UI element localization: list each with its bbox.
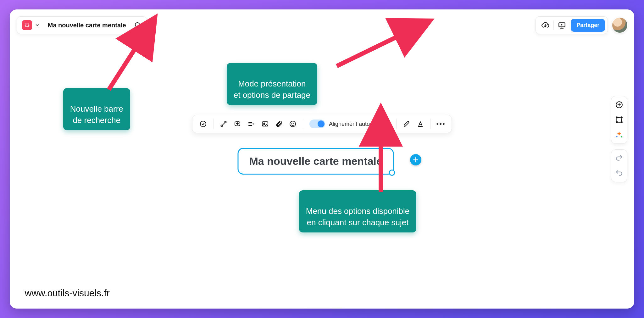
toggle-switch-icon bbox=[309, 120, 325, 128]
relationship-button[interactable] bbox=[217, 118, 230, 130]
plus-circle-icon bbox=[615, 101, 623, 109]
redo-button[interactable] bbox=[614, 153, 625, 164]
node-toolbar: Alignement automatique ••• bbox=[192, 115, 452, 133]
app-logo-icon bbox=[22, 20, 32, 30]
svg-point-30 bbox=[293, 123, 294, 124]
add-topic-button[interactable] bbox=[614, 99, 625, 110]
svg-point-14 bbox=[621, 121, 623, 124]
structure-icon bbox=[615, 116, 623, 124]
callout-share-text: Mode présentation et options de partage bbox=[234, 79, 310, 99]
redo-icon bbox=[615, 154, 623, 162]
svg-point-15 bbox=[200, 121, 206, 127]
svg-point-27 bbox=[264, 123, 264, 124]
add-child-button[interactable] bbox=[410, 154, 421, 165]
callout-options: Menu des options disponible en cliquant … bbox=[299, 190, 417, 232]
more-options-button[interactable]: ••• bbox=[435, 118, 447, 130]
presentation-icon bbox=[558, 21, 566, 29]
list-button[interactable] bbox=[245, 118, 258, 130]
side-rail-tools bbox=[611, 96, 627, 144]
app-canvas: Ma nouvelle carte mentale Partager bbox=[10, 9, 635, 308]
svg-line-34 bbox=[109, 43, 139, 90]
arrow-to-search bbox=[106, 36, 150, 94]
svg-line-35 bbox=[337, 34, 403, 66]
share-button-label: Partager bbox=[576, 22, 599, 29]
connection-icon bbox=[220, 120, 227, 128]
root-node-text: Ma nouvelle carte mentale bbox=[249, 155, 382, 167]
auto-align-toggle[interactable]: Alignement automatique bbox=[307, 120, 392, 128]
auto-align-label: Alignement automatique bbox=[329, 121, 390, 127]
callout-options-text: Menu des options disponible en cliquant … bbox=[306, 206, 410, 227]
arrow-to-share bbox=[334, 28, 412, 70]
svg-line-2 bbox=[139, 27, 141, 28]
sparkle-icon bbox=[615, 131, 623, 139]
svg-point-12 bbox=[621, 116, 623, 119]
chevron-down-icon bbox=[35, 22, 40, 28]
divider bbox=[303, 119, 303, 129]
paperclip-icon bbox=[275, 120, 283, 128]
undo-icon bbox=[615, 169, 623, 177]
divider bbox=[213, 119, 214, 129]
title-bar: Ma nouvelle carte mentale bbox=[17, 16, 147, 34]
search-button[interactable] bbox=[130, 17, 145, 34]
image-icon bbox=[261, 120, 269, 128]
svg-rect-31 bbox=[418, 126, 423, 127]
callout-share: Mode présentation et options de partage bbox=[227, 63, 317, 105]
structure-button[interactable] bbox=[614, 114, 625, 125]
header-actions: Partager bbox=[536, 16, 627, 34]
note-button[interactable] bbox=[231, 118, 244, 130]
actions-pill: Partager bbox=[536, 16, 608, 34]
emoji-button[interactable] bbox=[286, 118, 299, 130]
watermark: www.outils-visuels.fr bbox=[20, 286, 114, 300]
svg-marker-5 bbox=[561, 24, 563, 25]
theme-button[interactable] bbox=[614, 130, 625, 140]
root-node[interactable]: Ma nouvelle carte mentale bbox=[237, 148, 394, 175]
presentation-button[interactable] bbox=[555, 18, 569, 32]
cloud-download-icon bbox=[541, 21, 549, 29]
paint-icon bbox=[403, 120, 410, 128]
svg-point-13 bbox=[616, 121, 618, 124]
share-button[interactable]: Partager bbox=[571, 19, 605, 32]
divider bbox=[430, 119, 431, 129]
download-button[interactable] bbox=[538, 18, 552, 32]
svg-point-28 bbox=[290, 121, 296, 127]
svg-point-11 bbox=[616, 116, 618, 119]
plus-icon bbox=[413, 157, 419, 163]
callout-search-text: Nouvelle barre de recherche bbox=[70, 104, 123, 125]
attachment-button[interactable] bbox=[273, 118, 285, 130]
document-title[interactable]: Ma nouvelle carte mentale bbox=[44, 17, 130, 34]
text-color-button[interactable] bbox=[414, 118, 427, 130]
side-rail-history bbox=[611, 149, 627, 182]
undo-button[interactable] bbox=[614, 168, 625, 179]
svg-point-29 bbox=[291, 123, 292, 124]
task-button[interactable] bbox=[197, 118, 209, 130]
document-title-text: Ma nouvelle carte mentale bbox=[48, 22, 126, 29]
image-button[interactable] bbox=[259, 118, 271, 130]
divider bbox=[396, 119, 397, 129]
side-rail bbox=[611, 96, 627, 182]
user-avatar[interactable] bbox=[612, 18, 627, 33]
watermark-text: www.outils-visuels.fr bbox=[25, 288, 110, 298]
style-button[interactable] bbox=[400, 118, 413, 130]
divider bbox=[553, 20, 554, 30]
ellipsis-icon: ••• bbox=[436, 120, 445, 128]
app-logo-button[interactable] bbox=[18, 17, 44, 34]
emoji-icon bbox=[289, 120, 297, 128]
list-plus-icon bbox=[247, 120, 255, 128]
text-color-icon bbox=[417, 120, 424, 128]
check-circle-icon bbox=[199, 120, 207, 128]
callout-search: Nouvelle barre de recherche bbox=[63, 88, 130, 130]
search-icon bbox=[134, 21, 142, 29]
note-plus-icon bbox=[234, 120, 241, 128]
